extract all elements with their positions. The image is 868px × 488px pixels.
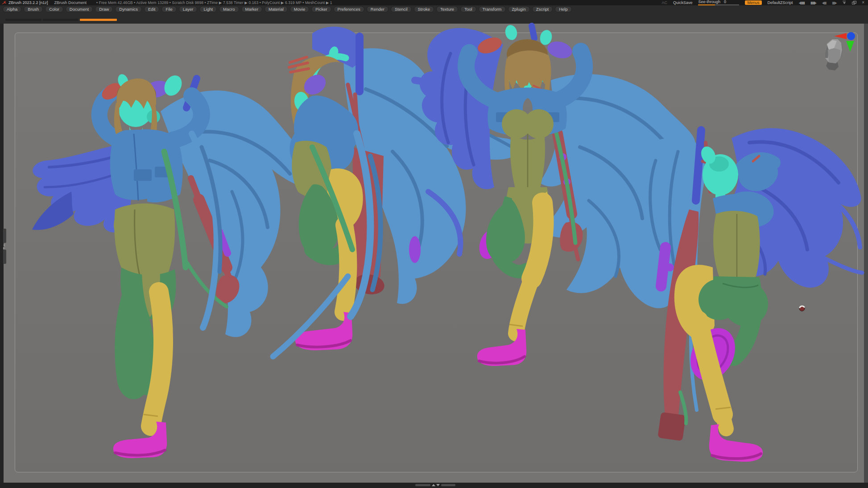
menu-item[interactable]: Picker (311, 6, 331, 12)
close-icon[interactable]: × (862, 1, 864, 4)
bottom-tray-divider-arrows[interactable] (432, 484, 440, 486)
minimize-icon[interactable] (842, 1, 846, 4)
shelf-divider-bar[interactable] (43, 19, 78, 21)
palette-dock-right-icon[interactable]: ▦▸ (832, 1, 837, 5)
collapse-down-icon[interactable] (436, 484, 440, 486)
menu-item[interactable]: Layer (179, 6, 198, 12)
zbrush-window: ZBrush 2023.2.2 [n1z] ZBrush Document • … (0, 0, 868, 488)
menu-item[interactable]: Document (66, 6, 93, 12)
title-bar: ZBrush 2023.2.2 [n1z] ZBrush Document • … (0, 0, 868, 5)
left-tray-divider[interactable] (3, 250, 6, 264)
axis-z-icon (847, 32, 855, 40)
document-title: ZBrush Document (54, 0, 87, 5)
bottom-tray-divider[interactable] (415, 484, 430, 486)
menu-item[interactable]: Material (265, 6, 288, 12)
zbrush-logo-icon (1, 0, 7, 5)
see-through-label: See-through (698, 0, 720, 4)
status-line: • Free Mem 42.46GB • Active Mem 13289 • … (96, 0, 332, 5)
shelf-slider-right-icon[interactable]: ▮▮▮▸ (810, 1, 816, 5)
bottom-tray-divider[interactable] (441, 484, 455, 486)
menu-item[interactable]: Stencil (391, 6, 412, 12)
collapse-left-icon[interactable] (3, 244, 5, 246)
ac-indicator: AC (661, 0, 667, 5)
menu-item[interactable]: File (161, 6, 176, 12)
menu-row: Alpha Brush Color Document Draw Dynamics… (3, 6, 572, 12)
expand-up-icon[interactable] (432, 484, 435, 486)
menu-item[interactable]: Macro (219, 6, 239, 12)
menu-item[interactable]: Dynamics (115, 6, 142, 12)
menu-item[interactable]: Draw (95, 6, 113, 12)
document-canvas[interactable] (15, 33, 858, 472)
quicksave-button[interactable]: QuickSave (673, 0, 693, 5)
canvas-area[interactable] (4, 24, 864, 483)
menu-item[interactable]: Transform (479, 6, 506, 12)
menu-item[interactable]: Render (367, 6, 389, 12)
menu-item[interactable]: Color (45, 6, 63, 12)
menu-item[interactable]: Zscript (532, 6, 553, 12)
shelf-slider-left-icon[interactable]: ◂▮▮▮ (799, 1, 805, 5)
app-title: ZBrush 2023.2.2 [n1z] (8, 0, 48, 5)
palette-dock-left-icon[interactable]: ◂▦ (822, 1, 827, 5)
menu-bar: Alpha Brush Color Document Draw Dynamics… (0, 5, 868, 24)
menu-item[interactable]: Alpha (3, 6, 21, 12)
shelf-divider-bar-active[interactable] (80, 19, 117, 21)
shelf-divider-bar[interactable] (5, 19, 41, 21)
menu-item[interactable]: Marker (241, 6, 263, 12)
menu-item[interactable]: Help (555, 6, 572, 12)
menu-item[interactable]: Brush (24, 6, 43, 12)
menus-toggle-button[interactable]: Menus (745, 0, 761, 5)
menu-item[interactable]: Zplugin (508, 6, 530, 12)
left-tray-divider-arrows[interactable] (3, 244, 5, 250)
menu-item[interactable]: Stroke (414, 6, 434, 12)
menu-item[interactable]: Light (199, 6, 217, 12)
see-through-value: 0 (724, 0, 726, 4)
restore-icon[interactable] (852, 1, 856, 4)
menu-item[interactable]: Tool (460, 6, 476, 12)
menu-item[interactable]: Texture (436, 6, 458, 12)
menu-item[interactable]: Movie (290, 6, 309, 12)
menu-item[interactable]: Edit (144, 6, 159, 12)
right-tray-edge (864, 24, 868, 483)
left-tray-divider[interactable] (3, 229, 6, 243)
default-zscript-button[interactable]: DefaultZScript (768, 0, 793, 5)
menu-item[interactable]: Preferences (334, 6, 364, 12)
